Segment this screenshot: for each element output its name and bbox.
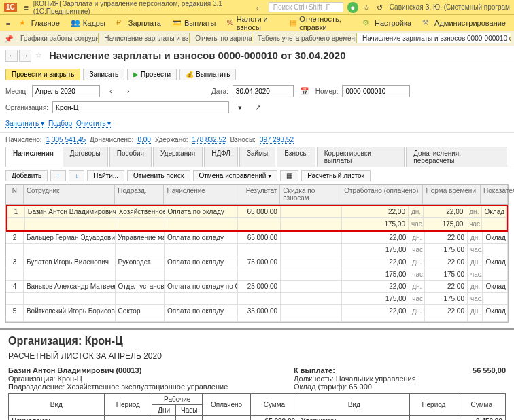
col-discount[interactable]: Скидка по взносам xyxy=(280,185,341,204)
month-field[interactable] xyxy=(32,85,100,97)
date-field[interactable] xyxy=(233,85,294,97)
user-name[interactable]: Савинская З. Ю. (Системный програм xyxy=(390,3,510,11)
tab-payroll-list[interactable]: Начисление зарплаты и взносов × xyxy=(99,33,190,43)
document-tabs: 📌 Графики работы сотрудников × Начислени… xyxy=(0,31,514,46)
tab-salary-reports[interactable]: Отчеты по зарплате × xyxy=(190,33,252,43)
star-icon[interactable]: ☆ xyxy=(361,2,372,13)
col-norm[interactable]: Норма времени xyxy=(423,185,481,204)
payslip-table: Вид Период Рабочие Оплачено Сумма Вид Пе… xyxy=(8,393,506,420)
payout-label: К выплате: xyxy=(294,366,335,374)
star-icon[interactable]: ☆ xyxy=(35,51,42,60)
table-row[interactable]: 175,00час.175,00час. xyxy=(6,244,508,256)
history-icon[interactable]: ↺ xyxy=(375,2,386,13)
menu-payments[interactable]: 💳Выплаты xyxy=(167,17,221,29)
subtab-deductions[interactable]: Удержания xyxy=(153,147,203,167)
table-row[interactable]: 175,00час.175,00час. xyxy=(6,268,508,281)
tab-schedules[interactable]: Графики работы сотрудников × xyxy=(15,33,99,43)
subtab-accruals[interactable]: Начисления xyxy=(5,147,61,167)
add-button[interactable]: Добавить xyxy=(5,170,48,181)
report-title: РАСЧЕТНЫЙ ЛИСТОК ЗА АПРЕЛЬ 2020 xyxy=(8,351,506,361)
post-button[interactable]: ▶ Провести xyxy=(127,69,177,80)
col-accrual[interactable]: Начисление xyxy=(164,185,237,204)
save-button[interactable]: Записать xyxy=(83,69,124,80)
cancel-find-button[interactable]: Отменить поиск xyxy=(127,170,190,181)
col-indicators[interactable]: Показатели xyxy=(481,185,508,204)
prev-month-icon[interactable]: ‹ xyxy=(105,86,116,97)
cancel-corrections-button[interactable]: Отмена исправлений ▾ xyxy=(193,170,278,181)
table-row[interactable] xyxy=(6,317,508,322)
find-button[interactable]: Найти... xyxy=(87,170,124,181)
th-paid: Оплачено xyxy=(203,394,250,416)
bell-icon[interactable]: ● xyxy=(347,2,358,13)
month-label: Месяц: xyxy=(5,88,28,95)
payout-button[interactable]: 💰 Выплатить xyxy=(179,69,236,80)
pin-icon[interactable]: 📌 xyxy=(4,33,14,44)
menu-salary[interactable]: ₽Зарплата xyxy=(111,17,167,29)
subtab-contributions[interactable]: Взносы xyxy=(277,147,315,167)
menu-staff[interactable]: 👥Кадры xyxy=(65,17,111,29)
admin-icon: ⚒ xyxy=(422,18,432,28)
report-employee: Базин Антон Владимирович (00013) xyxy=(8,366,294,374)
table-row[interactable]: 5Войтковский Игорь БорисовичСекторОплата… xyxy=(6,305,508,317)
payslip-button[interactable]: Расчетный листок xyxy=(301,170,371,181)
subtab-benefits[interactable]: Пособия xyxy=(109,147,152,167)
move-up-button[interactable]: ↑ xyxy=(50,170,66,181)
rate-label: Оклад (тариф): xyxy=(294,383,347,391)
coins-icon: ₽ xyxy=(116,18,126,28)
subtab-corrections[interactable]: Корректировки выплаты xyxy=(317,147,405,167)
table-row[interactable]: 4Ваньков Александр МатвеевичОтдел устано… xyxy=(6,281,508,293)
menu-admin[interactable]: ⚒Администрирование xyxy=(417,17,511,29)
fill-link[interactable]: Заполнить ▾ xyxy=(5,120,44,128)
col-result[interactable]: Результат xyxy=(237,185,280,204)
org-field[interactable] xyxy=(52,101,229,113)
number-field[interactable] xyxy=(342,85,410,97)
menu-settings[interactable]: ⚙Настройка xyxy=(357,17,417,29)
totals-row: Начислено: 1 305 541,45 Доначислено: 0,0… xyxy=(0,132,514,147)
search-icon[interactable]: ⌕ xyxy=(254,2,264,13)
subtab-contracts[interactable]: Договоры xyxy=(63,147,108,167)
table-row[interactable]: 175,00час.175,00час. xyxy=(6,293,508,305)
calendar-icon[interactable]: 📅 xyxy=(299,86,310,97)
next-month-icon[interactable]: › xyxy=(123,86,134,97)
report-org-value: Крон-Ц xyxy=(57,374,82,383)
global-search-input[interactable]: Поиск Ctrl+Shift+F xyxy=(269,2,343,12)
th-hours: Часы xyxy=(176,405,203,416)
pick-link[interactable]: Подбор xyxy=(48,120,72,128)
subtab-recalc[interactable]: Доначисления, перерасчеты xyxy=(406,147,507,167)
wallet-icon: 💰 xyxy=(186,71,194,78)
hamburger-icon[interactable]: ≡ xyxy=(4,18,12,29)
back-button[interactable]: ← xyxy=(5,50,18,62)
table-row[interactable]: 2Бальцер Герман ЭдуардовичУправление мар… xyxy=(6,232,508,244)
accrued-value[interactable]: 1 305 541,45 xyxy=(46,136,86,144)
tab-current-doc[interactable]: Начисление зарплаты и взносов 0000-00001… xyxy=(357,33,511,43)
col-department[interactable]: Подразд. xyxy=(115,185,164,204)
dropdown-icon[interactable]: ▾ xyxy=(235,102,245,113)
people-icon: 👥 xyxy=(71,18,80,28)
show-all-button[interactable]: ▦ xyxy=(280,170,298,181)
menu-icon[interactable]: ≡ xyxy=(21,2,32,13)
window-title: [КОПИЯ] Зарплата и управление персоналом… xyxy=(33,0,252,15)
payment-icon: 💳 xyxy=(172,18,182,28)
menu-main[interactable]: ★Главное xyxy=(14,17,65,29)
contrib-value[interactable]: 397 293,52 xyxy=(260,136,294,144)
move-down-button[interactable]: ↓ xyxy=(69,170,84,181)
table-row[interactable]: 1Базин Антон ВладимировичХозяйственное у… xyxy=(7,206,507,218)
clear-link[interactable]: Очистить ▾ xyxy=(76,120,111,128)
position-label: Должность: xyxy=(294,374,334,383)
table-row[interactable]: 175,00час.175,00час. xyxy=(7,218,507,230)
subtab-ndfl[interactable]: НДФЛ xyxy=(204,147,238,167)
withheld-value[interactable]: 178 832,52 xyxy=(192,136,226,144)
tab-timesheet[interactable]: Табель учета рабочего времени (Т-13) × xyxy=(252,33,357,43)
extra-accr-value[interactable]: 0,00 xyxy=(137,136,150,144)
col-employee[interactable]: Сотрудник xyxy=(24,185,115,204)
forward-button[interactable]: → xyxy=(19,50,31,62)
report-org-label: Организация: xyxy=(8,374,55,383)
subtab-loans[interactable]: Займы xyxy=(239,147,275,167)
menu-reports[interactable]: ▤Отчетность, справки xyxy=(284,14,357,33)
col-worked[interactable]: Отработано (оплачено) xyxy=(341,185,423,204)
open-icon[interactable]: ↗ xyxy=(252,102,263,113)
menu-taxes[interactable]: %Налоги и взносы xyxy=(221,14,284,33)
table-row[interactable]: 3Булатов Игорь ВиленовичРуководст.Оплата… xyxy=(6,256,508,268)
post-and-close-button[interactable]: Провести и закрыть xyxy=(5,69,80,80)
col-n[interactable]: N xyxy=(6,185,24,204)
